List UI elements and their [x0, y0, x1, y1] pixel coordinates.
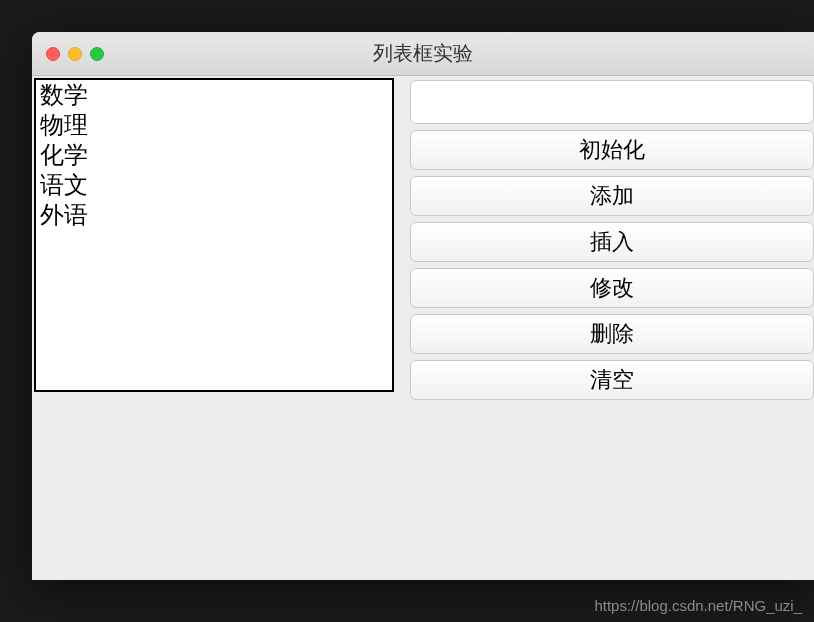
controls-column: 初始化 添加 插入 修改 删除 清空: [410, 80, 814, 400]
watermark-text: https://blog.csdn.net/RNG_uzi_: [594, 597, 802, 614]
maximize-icon[interactable]: [90, 47, 104, 61]
add-button[interactable]: 添加: [410, 176, 814, 216]
list-item[interactable]: 物理: [36, 110, 392, 140]
list-item[interactable]: 语文: [36, 170, 392, 200]
window-title: 列表框实验: [32, 40, 814, 67]
minimize-icon[interactable]: [68, 47, 82, 61]
init-button[interactable]: 初始化: [410, 130, 814, 170]
titlebar: 列表框实验: [32, 32, 814, 76]
clear-button[interactable]: 清空: [410, 360, 814, 400]
modify-button[interactable]: 修改: [410, 268, 814, 308]
traffic-lights: [32, 47, 104, 61]
list-item[interactable]: 数学: [36, 80, 392, 110]
text-input[interactable]: [410, 80, 814, 124]
insert-button[interactable]: 插入: [410, 222, 814, 262]
delete-button[interactable]: 删除: [410, 314, 814, 354]
window-content: 数学 物理 化学 语文 外语 初始化 添加 插入 修改 删除 清空: [32, 76, 814, 580]
close-icon[interactable]: [46, 47, 60, 61]
listbox[interactable]: 数学 物理 化学 语文 外语: [34, 78, 394, 392]
list-item[interactable]: 外语: [36, 200, 392, 230]
list-item[interactable]: 化学: [36, 140, 392, 170]
app-window: 列表框实验 数学 物理 化学 语文 外语 初始化 添加 插入 修改 删除 清空: [32, 32, 814, 580]
